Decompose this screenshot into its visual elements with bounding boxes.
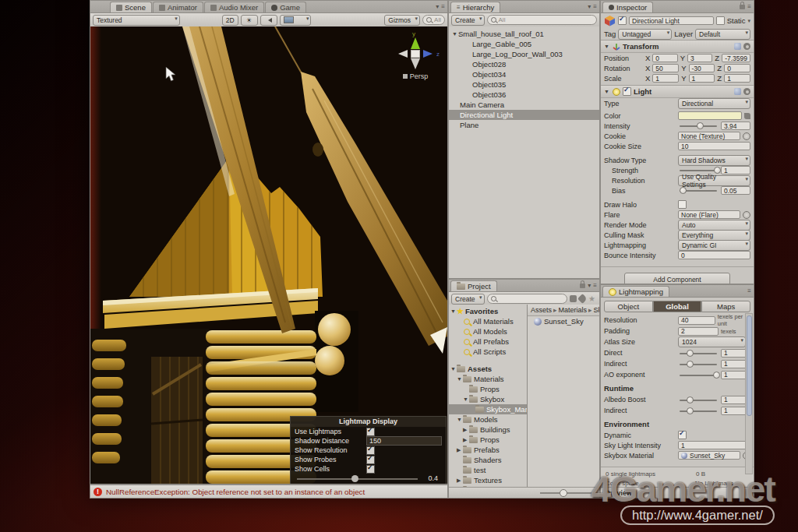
rotation-x-field[interactable]: 50 (652, 64, 679, 72)
scale-z-field[interactable]: 1 (724, 74, 750, 83)
project-tree-item[interactable]: ▼Materials (449, 374, 527, 384)
scene-gizmo[interactable]: y z Persp (391, 30, 440, 80)
static-checkbox[interactable] (716, 16, 725, 25)
cookie-object-field[interactable]: None (Texture) (678, 132, 740, 140)
project-tree-item[interactable]: ▼Assets (449, 364, 527, 374)
light-color-swatch[interactable] (678, 111, 742, 120)
cookie-size-field[interactable]: 10 (678, 142, 750, 150)
tag-dropdown[interactable]: Untagged (618, 29, 672, 40)
ao-exponent-slider[interactable] (678, 371, 719, 379)
panel-menu-icon[interactable]: ≡ (593, 282, 597, 289)
project-tree-item-selected[interactable]: Skybox_Manu (449, 404, 527, 414)
lightmapping-tab-global[interactable]: Global (653, 301, 702, 312)
favorite-star-icon[interactable]: ★ (588, 296, 595, 302)
axis-x-cone[interactable] (398, 50, 408, 58)
gear-icon[interactable] (743, 88, 750, 95)
lightmapping-tab-maps[interactable]: Maps (701, 301, 750, 312)
render-mode-dropdown[interactable]: Textured (93, 15, 180, 26)
project-tree-item[interactable]: test (449, 465, 527, 475)
bias-slider[interactable] (678, 186, 719, 195)
panel-menu-icon[interactable]: ≡ (747, 3, 751, 10)
project-search-input[interactable] (487, 294, 568, 304)
breadcrumb-segment[interactable]: Materials (559, 306, 592, 314)
project-tree-item[interactable]: All Materials (449, 316, 527, 326)
use-lightmaps-checkbox[interactable] (366, 428, 375, 436)
hierarchy-item[interactable]: Object036 (449, 90, 599, 100)
scene-viewport[interactable]: y z Persp Lightmap Display Use Lightma (90, 26, 447, 484)
sky-light-intensity-field[interactable]: 1 (678, 441, 750, 449)
position-y-field[interactable]: 3 (687, 54, 712, 62)
runtime-indirect-slider[interactable] (678, 407, 719, 415)
object-picker-icon[interactable] (743, 211, 750, 219)
scene-search-input[interactable]: All (422, 15, 445, 25)
effects-dropdown[interactable] (280, 15, 312, 26)
gear-icon[interactable] (743, 43, 750, 50)
tab-scene[interactable]: Scene (110, 2, 152, 12)
intensity-slider[interactable] (678, 122, 719, 130)
transform-header[interactable]: ▼ Transform (601, 40, 754, 53)
tab-game[interactable]: Game (265, 2, 306, 12)
position-z-field[interactable]: -7.3599 (722, 54, 750, 62)
reference-doc-icon[interactable] (734, 88, 741, 95)
render-mode-dropdown[interactable]: Auto (678, 220, 750, 231)
panel-dropdown-icon[interactable]: ▾ (588, 3, 591, 10)
project-tree-item[interactable]: ▶Props (449, 435, 527, 445)
shadow-type-dropdown[interactable]: Hard Shadows (678, 155, 750, 166)
layer-dropdown[interactable]: Default (695, 29, 750, 40)
lightmapping-mode-dropdown[interactable]: Dynamic GI (678, 240, 750, 251)
show-cells-checkbox[interactable] (366, 465, 375, 474)
project-create-button[interactable]: Create (451, 294, 485, 305)
flare-object-field[interactable]: None (Flare) (678, 210, 740, 219)
audio-toggle-icon[interactable] (260, 15, 277, 26)
tab-project[interactable]: Project (450, 280, 497, 291)
project-tree-item[interactable]: ▶Prefabs (449, 445, 527, 455)
tab-hierarchy[interactable]: ≡ Hierarchy (450, 2, 500, 12)
panel-menu-icon[interactable]: ≡ (593, 3, 597, 10)
rotation-z-field[interactable]: 0 (724, 64, 750, 72)
tab-inspector[interactable]: Inspector (602, 2, 653, 12)
axis-z-cone[interactable] (423, 50, 433, 58)
breadcrumb-segment[interactable]: Sky (594, 306, 600, 314)
breadcrumb-segment[interactable]: Assets (531, 306, 557, 314)
hierarchy-create-button[interactable]: Create (451, 15, 485, 26)
hierarchy-item-selected[interactable]: Directional Light (449, 110, 599, 120)
scale-y-field[interactable]: 1 (689, 74, 715, 83)
foldout-icon[interactable]: ▼ (604, 44, 610, 49)
padding-field[interactable]: 2 (678, 327, 719, 336)
light-header[interactable]: ▼ Light (601, 85, 754, 98)
lock-icon[interactable] (740, 5, 745, 9)
light-type-dropdown[interactable]: Directional (678, 98, 750, 109)
project-tree-item[interactable]: All Models (449, 326, 527, 336)
lightmapping-tab-object[interactable]: Object (604, 301, 653, 312)
tab-audio-mixer[interactable]: Audio Mixer (204, 2, 264, 12)
project-tree-item[interactable]: Props (449, 384, 527, 394)
atlas-size-dropdown[interactable]: 1024 (678, 336, 746, 347)
2d-toggle-button[interactable]: 2D (222, 15, 238, 26)
shadow-resolution-dropdown[interactable]: Use Quality Settings (678, 175, 750, 186)
hierarchy-item[interactable]: Object028 (449, 59, 599, 69)
collab-icon[interactable] (570, 295, 577, 302)
hierarchy-item[interactable]: ▼Small_house_tall_roof_01 (449, 29, 599, 39)
tab-animator[interactable]: Animator (153, 2, 203, 12)
position-x-field[interactable]: 0 (652, 54, 677, 62)
tab-lightmapping[interactable]: Lightmapping (602, 286, 669, 297)
reference-doc-icon[interactable] (734, 43, 741, 50)
rotation-y-field[interactable]: -30 (689, 64, 715, 72)
panel-menu-icon[interactable]: ≡ (747, 287, 751, 294)
lightmap-display-slider[interactable]: 0.4 (297, 474, 440, 484)
hierarchy-search-input[interactable]: All (487, 15, 597, 25)
active-checkbox[interactable] (618, 16, 627, 25)
hierarchy-item[interactable]: Plane (449, 120, 599, 130)
panel-dropdown-icon[interactable]: ▾ (588, 282, 591, 289)
bounce-intensity-field[interactable]: 0 (678, 251, 750, 259)
lock-icon[interactable] (580, 284, 585, 288)
project-tree-item[interactable]: ▶Textures (449, 475, 527, 485)
static-dropdown-icon[interactable]: ▾ (747, 18, 750, 24)
indirect-slider[interactable] (678, 360, 719, 368)
project-tree-item[interactable]: ▼Skybox (449, 394, 527, 404)
resolution-field[interactable]: 40 (678, 316, 715, 325)
hierarchy-item[interactable]: Large_Log_Door_Wall_003 (449, 49, 599, 59)
gizmos-dropdown[interactable]: Gizmos (384, 15, 420, 26)
project-tree-item[interactable]: ▶Buildings (449, 425, 527, 435)
intensity-field[interactable]: 3.94 (721, 122, 750, 130)
